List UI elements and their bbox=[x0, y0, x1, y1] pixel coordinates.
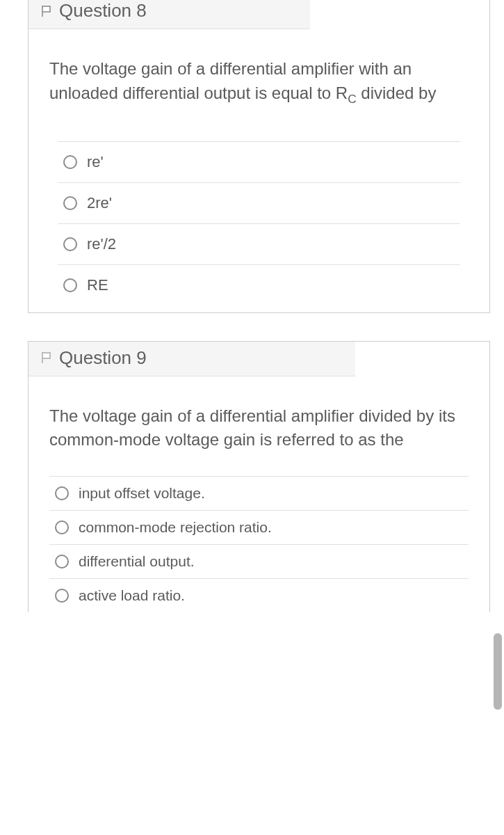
option-label: differential output. bbox=[79, 553, 195, 570]
question-text: The voltage gain of a differential ampli… bbox=[49, 57, 469, 108]
radio-icon[interactable] bbox=[63, 278, 77, 292]
question-card: Question 9 The voltage gain of a differe… bbox=[28, 341, 490, 613]
question-text: The voltage gain of a differential ampli… bbox=[49, 404, 469, 453]
option-row[interactable]: differential output. bbox=[49, 545, 469, 579]
option-label: common-mode rejection ratio. bbox=[79, 519, 272, 536]
option-row[interactable]: input offset voltage. bbox=[49, 477, 469, 511]
option-label: 2re' bbox=[87, 194, 112, 212]
flag-icon[interactable] bbox=[41, 351, 52, 364]
option-label: active load ratio. bbox=[79, 587, 185, 604]
flag-icon[interactable] bbox=[41, 5, 52, 17]
options-group: re' 2re' re'/2 RE bbox=[58, 141, 460, 305]
options-group: input offset voltage. common-mode reject… bbox=[49, 476, 469, 612]
question-header: Question 9 bbox=[29, 342, 355, 376]
option-label: RE bbox=[87, 276, 108, 294]
option-label: re'/2 bbox=[87, 235, 116, 253]
question-body: The voltage gain of a differential ampli… bbox=[29, 29, 489, 312]
question-body: The voltage gain of a differential ampli… bbox=[29, 376, 489, 613]
option-label: input offset voltage. bbox=[79, 485, 205, 502]
radio-icon[interactable] bbox=[55, 486, 69, 500]
question-card: Question 8 The voltage gain of a differe… bbox=[28, 0, 490, 313]
question-header: Question 8 bbox=[29, 0, 310, 29]
radio-icon[interactable] bbox=[55, 589, 69, 603]
question-title: Question 8 bbox=[59, 0, 147, 22]
option-row[interactable]: active load ratio. bbox=[49, 579, 469, 612]
radio-icon[interactable] bbox=[55, 520, 69, 534]
question-title: Question 9 bbox=[59, 347, 147, 369]
radio-icon[interactable] bbox=[55, 555, 69, 568]
radio-icon[interactable] bbox=[63, 237, 77, 251]
option-row[interactable]: common-mode rejection ratio. bbox=[49, 511, 469, 545]
option-label: re' bbox=[87, 153, 104, 171]
option-row[interactable]: re'/2 bbox=[58, 224, 460, 265]
radio-icon[interactable] bbox=[63, 196, 77, 210]
option-row[interactable]: 2re' bbox=[58, 183, 460, 224]
option-row[interactable]: RE bbox=[58, 265, 460, 305]
option-row[interactable]: re' bbox=[58, 142, 460, 183]
radio-icon[interactable] bbox=[63, 155, 77, 169]
